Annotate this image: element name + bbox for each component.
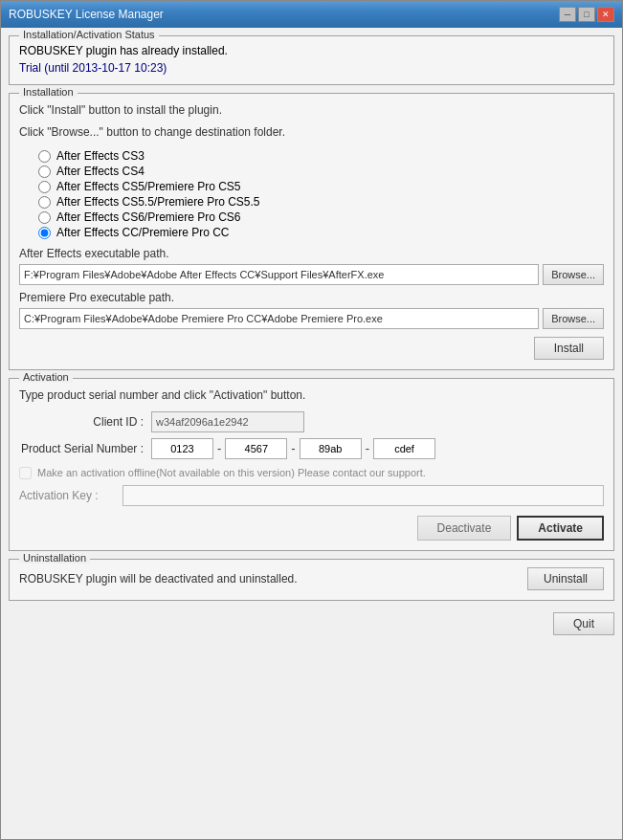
status-section: Installation/Activation Status ROBUSKEY … xyxy=(9,35,614,85)
offline-text: Make an activation offline(Not available… xyxy=(37,467,426,478)
installed-status-text: ROBUSKEY plugin has already installed. xyxy=(19,44,604,57)
uninstall-section-title: Uninstallation xyxy=(19,552,90,564)
install-instruction2: Click "Browse..." button to change desti… xyxy=(19,123,604,142)
activation-instruction: Type product serial number and click "Ac… xyxy=(19,387,604,405)
serial-dash-3: - xyxy=(366,441,369,455)
premiere-path-input[interactable] xyxy=(19,308,539,329)
install-button-row: Install xyxy=(19,337,604,360)
software-radio-group: After Effects CS3 After Effects CS4 Afte… xyxy=(38,149,604,239)
quit-row: Quit xyxy=(9,608,614,639)
premiere-path-input-row: Browse... xyxy=(19,308,604,329)
radio-ae-cs5-label: After Effects CS5/Premiere Pro CS5 xyxy=(56,180,241,193)
after-effects-path-input[interactable] xyxy=(19,264,539,285)
uninstall-section: Uninstallation ROBUSKEY plugin will be d… xyxy=(9,559,614,601)
install-button[interactable]: Install xyxy=(534,337,604,360)
radio-ae-cs3-label: After Effects CS3 xyxy=(56,149,145,163)
serial-part-2[interactable] xyxy=(225,438,287,459)
serial-dash-2: - xyxy=(291,441,295,455)
premiere-path-label: Premiere Pro executable path. xyxy=(19,291,604,304)
uninstall-button[interactable]: Uninstall xyxy=(527,567,604,590)
serial-parts-row: - - - xyxy=(151,438,435,459)
quit-button[interactable]: Quit xyxy=(553,612,614,635)
uninstall-text: ROBUSKEY plugin will be deactivated and … xyxy=(19,572,298,586)
main-content: Installation/Activation Status ROBUSKEY … xyxy=(1,28,622,839)
window-title: ROBUSKEY License Manager xyxy=(9,8,559,21)
main-window: ROBUSKEY License Manager ─ □ ✕ Installat… xyxy=(0,0,623,840)
after-effects-browse-button[interactable]: Browse... xyxy=(543,264,604,285)
activation-section-title: Activation xyxy=(19,371,73,383)
radio-ae-cs6[interactable]: After Effects CS6/Premiere Pro CS6 xyxy=(38,210,604,224)
client-id-label: Client ID : xyxy=(19,415,144,429)
install-instruction1: Click "Install" button to install the pl… xyxy=(19,101,604,120)
serial-part-1[interactable] xyxy=(151,438,213,459)
offline-row: Make an activation offline(Not available… xyxy=(19,467,604,479)
client-id-row: Client ID : xyxy=(19,411,604,432)
maximize-button[interactable]: □ xyxy=(578,7,595,22)
client-id-input[interactable] xyxy=(151,411,304,432)
activation-key-input[interactable] xyxy=(122,485,604,506)
installation-section: Installation Click "Install" button to i… xyxy=(9,93,614,370)
radio-ae-cs4[interactable]: After Effects CS4 xyxy=(38,165,604,178)
titlebar: ROBUSKEY License Manager ─ □ ✕ xyxy=(1,1,622,28)
offline-checkbox[interactable] xyxy=(19,467,32,479)
radio-ae-cs4-label: After Effects CS4 xyxy=(56,165,145,178)
close-button[interactable]: ✕ xyxy=(597,7,614,22)
activate-button[interactable]: Activate xyxy=(517,516,604,541)
serial-number-label: Product Serial Number : xyxy=(19,442,144,455)
radio-ae-cs55-label: After Effects CS5.5/Premiere Pro CS5.5 xyxy=(56,195,260,209)
serial-dash-1: - xyxy=(217,441,221,455)
after-effects-path-label: After Effects executable path. xyxy=(19,247,604,260)
radio-ae-cc-label: After Effects CC/Premiere Pro CC xyxy=(56,226,230,239)
radio-ae-cs55[interactable]: After Effects CS5.5/Premiere Pro CS5.5 xyxy=(38,195,604,209)
serial-number-row: Product Serial Number : - - - xyxy=(19,438,604,459)
after-effects-path-input-row: Browse... xyxy=(19,264,604,285)
activation-buttons-row: Deactivate Activate xyxy=(19,516,604,541)
activation-key-label: Activation Key : xyxy=(19,489,115,502)
after-effects-path-row: After Effects executable path. Browse... xyxy=(19,247,604,285)
minimize-button[interactable]: ─ xyxy=(559,7,576,22)
activation-section: Activation Type product serial number an… xyxy=(9,378,614,550)
serial-part-3[interactable] xyxy=(300,438,362,459)
radio-ae-cs6-label: After Effects CS6/Premiere Pro CS6 xyxy=(56,210,241,224)
deactivate-button[interactable]: Deactivate xyxy=(417,516,512,541)
radio-ae-cs5[interactable]: After Effects CS5/Premiere Pro CS5 xyxy=(38,180,604,193)
titlebar-buttons: ─ □ ✕ xyxy=(559,7,614,22)
activation-key-row: Activation Key : xyxy=(19,485,604,506)
status-section-title: Installation/Activation Status xyxy=(19,29,159,40)
radio-ae-cc[interactable]: After Effects CC/Premiere Pro CC xyxy=(38,226,604,239)
premiere-browse-button[interactable]: Browse... xyxy=(543,308,604,329)
installation-section-title: Installation xyxy=(19,86,78,98)
serial-part-4[interactable] xyxy=(373,438,435,459)
trial-status-text: Trial (until 2013-10-17 10:23) xyxy=(19,61,604,75)
premiere-path-row: Premiere Pro executable path. Browse... xyxy=(19,291,604,329)
radio-ae-cs3[interactable]: After Effects CS3 xyxy=(38,149,604,163)
uninstall-row: ROBUSKEY plugin will be deactivated and … xyxy=(19,567,604,590)
